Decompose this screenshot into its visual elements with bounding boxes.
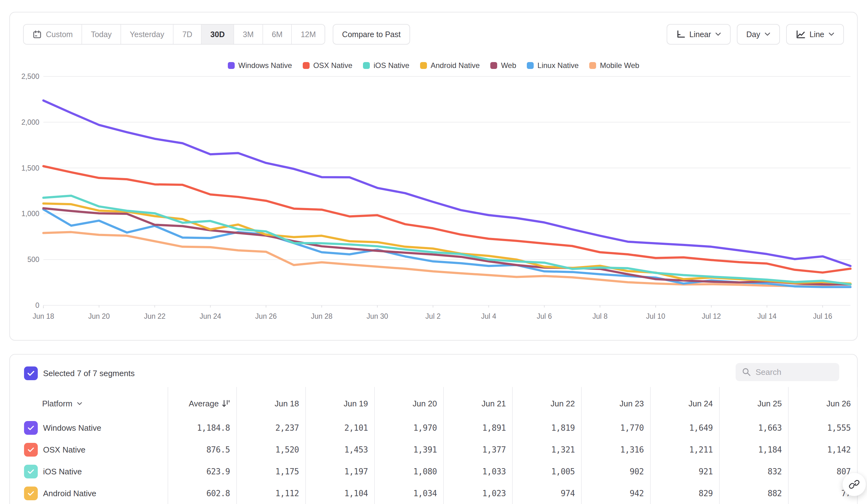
daily-value: 921 [653, 461, 713, 482]
table-row-ios-native: iOS Native623.91,1751,1971,0801,0331,005… [10, 461, 857, 482]
column-divider [374, 387, 375, 504]
average-value: 623.9 [171, 461, 230, 482]
x-axis-tick-label: Jul 10 [646, 312, 665, 320]
daily-value: 1,104 [308, 482, 368, 504]
daily-value: 1,316 [584, 439, 644, 461]
daily-value: 1,211 [653, 439, 713, 461]
daily-value: 1,520 [239, 439, 299, 461]
x-axis-tick-label: Jul 8 [592, 312, 608, 320]
column-header-jun-25[interactable]: Jun 25 [719, 392, 782, 415]
chart-card: Custom Today Yesterday 7D 30D 3M 6M 12M … [9, 12, 858, 341]
daily-value: 902 [584, 461, 644, 482]
column-header-jun-22[interactable]: Jun 22 [512, 392, 575, 415]
line-chart[interactable]: 2,5002,0001,5001,0005000Jun 18Jun 20Jun … [10, 12, 858, 341]
daily-value: 1,112 [239, 482, 299, 504]
column-header-average[interactable]: Average [168, 392, 230, 415]
daily-value: 1,005 [515, 461, 575, 482]
sort-descending-icon [222, 399, 230, 408]
share-link-button[interactable] [842, 472, 866, 496]
column-divider [719, 387, 720, 504]
row-checkbox[interactable] [24, 443, 38, 457]
x-axis-tick-label: Jun 20 [88, 312, 110, 320]
y-axis-tick-label: 0 [35, 301, 39, 309]
x-axis-tick-label: Jul 2 [425, 312, 441, 320]
daily-value: 1,023 [446, 482, 506, 504]
series-line-windows-native[interactable] [43, 100, 850, 266]
x-axis-tick-label: Jun 26 [255, 312, 277, 320]
column-divider [788, 387, 789, 504]
average-value: 1,184.8 [171, 417, 230, 439]
daily-value: 1,970 [377, 417, 437, 439]
x-axis-tick-label: Jul 12 [702, 312, 721, 320]
column-header-jun-18[interactable]: Jun 18 [236, 392, 299, 415]
checkmark-icon [27, 370, 35, 376]
daily-value: 1,377 [446, 439, 506, 461]
daily-value: 1,080 [377, 461, 437, 482]
daily-value: 1,891 [446, 417, 506, 439]
daily-value: 1,649 [653, 417, 713, 439]
column-header-jun-19[interactable]: Jun 19 [305, 392, 368, 415]
x-axis-tick-label: Jun 30 [367, 312, 388, 320]
row-checkbox[interactable] [24, 486, 38, 500]
table-row-windows-native: Windows Native1,184.82,2372,1011,9701,89… [10, 417, 857, 439]
search-input[interactable] [756, 368, 827, 377]
column-header-jun-20[interactable]: Jun 20 [374, 392, 437, 415]
row-checkbox[interactable] [24, 421, 38, 435]
column-header-jun-21[interactable]: Jun 21 [443, 392, 506, 415]
x-axis-tick-label: Jul 14 [758, 312, 777, 320]
selection-summary: Selected 7 of 7 segments [24, 366, 135, 380]
y-axis-tick-label: 2,000 [21, 118, 39, 126]
x-axis-tick-label: Jul 16 [813, 312, 832, 320]
row-checkbox[interactable] [24, 465, 38, 479]
platform-label: Windows Native [43, 423, 101, 433]
daily-value: 882 [722, 482, 782, 504]
daily-value: 807 [791, 461, 851, 482]
daily-value: 1,453 [308, 439, 368, 461]
daily-value: 1,197 [308, 461, 368, 482]
daily-value: 1,142 [791, 439, 851, 461]
x-axis-tick-label: Jun 22 [144, 312, 165, 320]
average-value: 876.5 [171, 439, 230, 461]
select-all-checkbox[interactable] [24, 366, 38, 380]
daily-value: 1,555 [791, 417, 851, 439]
column-header-jun-23[interactable]: Jun 23 [581, 392, 644, 415]
x-axis-tick-label: Jul 4 [481, 312, 496, 320]
daily-value: 1,391 [377, 439, 437, 461]
table-row-android-native: Android Native602.81,1121,1041,0341,0239… [10, 482, 857, 504]
y-axis-tick-label: 500 [28, 255, 39, 264]
checkmark-icon [28, 425, 34, 431]
y-axis-tick-label: 1,500 [21, 164, 39, 172]
column-divider [443, 387, 444, 504]
y-axis-tick-label: 2,500 [21, 72, 39, 80]
x-axis-tick-label: Jun 24 [200, 312, 221, 320]
platform-label: iOS Native [43, 467, 82, 476]
column-divider [236, 387, 237, 504]
checkmark-icon [28, 491, 34, 496]
daily-value: 1,770 [584, 417, 644, 439]
analytics-dashboard: Custom Today Yesterday 7D 30D 3M 6M 12M … [0, 0, 867, 504]
daily-value: 942 [584, 482, 644, 504]
column-divider [650, 387, 651, 504]
column-divider [512, 387, 513, 504]
y-axis-tick-label: 1,000 [21, 210, 39, 218]
daily-value: 1,034 [377, 482, 437, 504]
average-value: 602.8 [171, 482, 230, 504]
link-icon [848, 479, 860, 490]
series-line-ios-native[interactable] [43, 196, 850, 284]
column-divider [305, 387, 306, 504]
x-axis-tick-label: Jul 6 [537, 312, 552, 320]
platform-label: Android Native [43, 489, 96, 498]
column-header-jun-26[interactable]: Jun 26 [788, 392, 851, 415]
x-axis-tick-label: Jun 18 [32, 312, 54, 320]
daily-value: 77 [791, 482, 851, 504]
table-row-osx-native: OSX Native876.51,5201,4531,3911,3771,321… [10, 439, 857, 461]
search-icon [742, 368, 751, 377]
table-search[interactable] [736, 363, 839, 381]
daily-value: 1,321 [515, 439, 575, 461]
daily-value: 2,237 [239, 417, 299, 439]
column-header-jun-24[interactable]: Jun 24 [650, 392, 713, 415]
daily-value: 1,033 [446, 461, 506, 482]
checkmark-icon [28, 469, 34, 474]
column-divider [581, 387, 582, 504]
column-header-platform[interactable]: Platform [42, 392, 82, 415]
